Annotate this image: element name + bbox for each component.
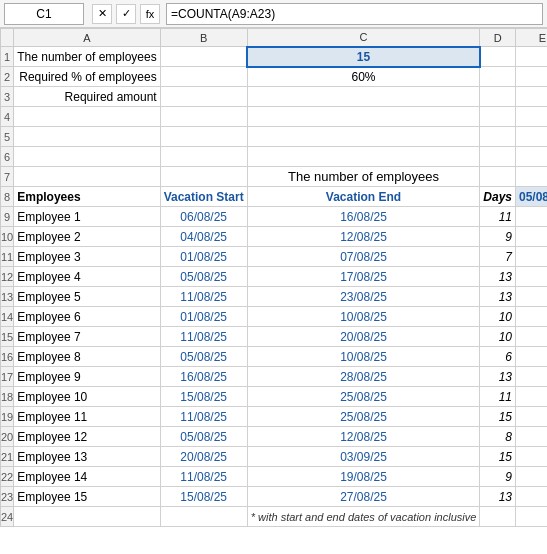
cell[interactable]: The number of employees	[14, 47, 160, 67]
cell[interactable]: Employee 5	[14, 287, 160, 307]
cell[interactable]	[516, 387, 547, 407]
cell[interactable]	[516, 147, 547, 167]
cell[interactable]	[14, 127, 160, 147]
cell[interactable]: 10/08/25	[247, 307, 480, 327]
cell[interactable]: Employee 9	[14, 367, 160, 387]
cell[interactable]: 05/08/25	[160, 347, 247, 367]
cell[interactable]: 07/08/25	[247, 247, 480, 267]
cell[interactable]	[516, 507, 547, 527]
cell[interactable]: 27/08/25	[247, 487, 480, 507]
cell[interactable]	[516, 447, 547, 467]
cell[interactable]	[480, 507, 516, 527]
cell[interactable]: Employee 7	[14, 327, 160, 347]
cell[interactable]	[516, 267, 547, 287]
cell[interactable]: 10	[480, 327, 516, 347]
cell[interactable]	[516, 227, 547, 247]
cell[interactable]: 16/08/25	[247, 207, 480, 227]
cell[interactable]	[14, 107, 160, 127]
cell[interactable]	[516, 327, 547, 347]
cell[interactable]: 01/08/25	[160, 307, 247, 327]
cell[interactable]: 11/08/25	[160, 287, 247, 307]
cell[interactable]: 15	[247, 47, 480, 67]
cell[interactable]: 12/08/25	[247, 427, 480, 447]
cell[interactable]: 04/08/25	[160, 227, 247, 247]
cell[interactable]	[247, 147, 480, 167]
cell[interactable]	[516, 467, 547, 487]
cell[interactable]: 25/08/25	[247, 407, 480, 427]
cell[interactable]: * with start and end dates of vacation i…	[247, 507, 480, 527]
cell[interactable]: 20/08/25	[160, 447, 247, 467]
cell[interactable]: Required % of employees	[14, 67, 160, 87]
cell[interactable]: 7	[480, 247, 516, 267]
cell[interactable]	[516, 347, 547, 367]
cell[interactable]: 11/08/25	[160, 407, 247, 427]
cell[interactable]	[160, 87, 247, 107]
cell[interactable]	[516, 307, 547, 327]
cell[interactable]: 15/08/25	[160, 487, 247, 507]
cell[interactable]: 06/08/25	[160, 207, 247, 227]
cell[interactable]	[516, 287, 547, 307]
cell[interactable]	[516, 127, 547, 147]
cell[interactable]: Employee 10	[14, 387, 160, 407]
cell[interactable]: 11/08/25	[160, 327, 247, 347]
cell[interactable]	[516, 427, 547, 447]
cell[interactable]: 05/08/25	[160, 267, 247, 287]
cell[interactable]	[516, 207, 547, 227]
cell[interactable]: Employee 8	[14, 347, 160, 367]
cell[interactable]: 28/08/25	[247, 367, 480, 387]
cell[interactable]: 11/08/25	[160, 467, 247, 487]
name-box[interactable]	[4, 3, 84, 25]
cell[interactable]: 15	[480, 447, 516, 467]
cell[interactable]	[160, 507, 247, 527]
cell[interactable]: Employee 3	[14, 247, 160, 267]
cell[interactable]: 25/08/25	[247, 387, 480, 407]
cell[interactable]: Employee 15	[14, 487, 160, 507]
cancel-btn[interactable]: ✕	[92, 4, 112, 24]
cell[interactable]	[480, 147, 516, 167]
cell[interactable]	[516, 487, 547, 507]
cell[interactable]	[14, 507, 160, 527]
cell[interactable]	[160, 147, 247, 167]
cell[interactable]: The number of employees	[247, 167, 480, 187]
cell[interactable]: Employee 1	[14, 207, 160, 227]
cell[interactable]	[480, 67, 516, 87]
cell[interactable]	[480, 167, 516, 187]
cell[interactable]	[480, 127, 516, 147]
cell[interactable]: Employee 14	[14, 467, 160, 487]
cell[interactable]: 13	[480, 487, 516, 507]
cell[interactable]	[480, 87, 516, 107]
cell[interactable]: Employee 2	[14, 227, 160, 247]
cell[interactable]: 9	[480, 227, 516, 247]
cell[interactable]: 17/08/25	[247, 267, 480, 287]
col-header-b[interactable]: B	[160, 29, 247, 47]
cell[interactable]	[516, 107, 547, 127]
cell[interactable]: Employee 6	[14, 307, 160, 327]
cell[interactable]: Vacation End	[247, 187, 480, 207]
cell[interactable]: 13	[480, 367, 516, 387]
cell[interactable]: 01/08/25	[160, 247, 247, 267]
cell[interactable]	[247, 87, 480, 107]
cell[interactable]: 15/08/25	[160, 387, 247, 407]
col-header-a[interactable]: A	[14, 29, 160, 47]
cell[interactable]: 10	[480, 307, 516, 327]
cell[interactable]	[516, 167, 547, 187]
cell[interactable]	[160, 47, 247, 67]
cell[interactable]	[480, 47, 516, 67]
cell[interactable]: Required amount	[14, 87, 160, 107]
formula-input[interactable]	[166, 3, 543, 25]
cell[interactable]	[516, 247, 547, 267]
cell[interactable]: 03/09/25	[247, 447, 480, 467]
cell[interactable]: Employees	[14, 187, 160, 207]
cell[interactable]: 15	[480, 407, 516, 427]
confirm-btn[interactable]: ✓	[116, 4, 136, 24]
cell[interactable]	[14, 147, 160, 167]
cell[interactable]	[516, 47, 547, 67]
cell[interactable]: 20/08/25	[247, 327, 480, 347]
cell[interactable]: 11	[480, 207, 516, 227]
cell[interactable]: 8	[480, 427, 516, 447]
cell[interactable]	[516, 67, 547, 87]
col-header-e[interactable]: E	[516, 29, 547, 47]
cell[interactable]: 11	[480, 387, 516, 407]
cell[interactable]	[516, 87, 547, 107]
cell[interactable]: Days	[480, 187, 516, 207]
